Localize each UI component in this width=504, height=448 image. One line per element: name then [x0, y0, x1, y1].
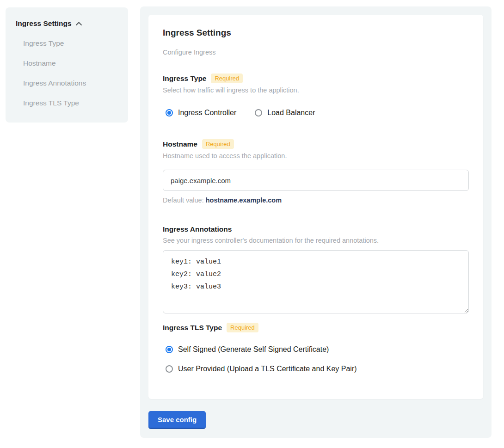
field-ingress-type: Ingress Type Required Select how traffic… — [163, 74, 469, 117]
hostname-description: Hostname used to access the application. — [163, 152, 469, 160]
radio-option-user-provided[interactable]: User Provided (Upload a TLS Certificate … — [166, 365, 469, 373]
radio-label: Self Signed (Generate Self Signed Certif… — [178, 345, 329, 354]
ingress-type-radio-group: Ingress Controller Load Balancer — [166, 109, 469, 117]
page-title: Ingress Settings — [163, 28, 469, 38]
sidebar-item-ingress-type[interactable]: Ingress Type — [23, 39, 118, 48]
radio-option-ingress-controller[interactable]: Ingress Controller — [166, 109, 236, 117]
required-badge: Required — [202, 139, 234, 149]
ingress-tls-type-label: Ingress TLS Type — [163, 324, 222, 332]
sidebar-item-ingress-annotations[interactable]: Ingress Annotations — [23, 79, 118, 87]
ingress-type-description: Select how traffic will ingress to the a… — [163, 86, 469, 94]
hostname-default-value: Default value: hostname.example.com — [163, 196, 469, 204]
field-ingress-tls-type: Ingress TLS Type Required Self Signed (G… — [163, 323, 469, 373]
default-value-text: hostname.example.com — [206, 196, 282, 204]
ingress-annotations-label: Ingress Annotations — [163, 225, 232, 233]
sidebar-section-ingress-settings[interactable]: Ingress Settings — [16, 19, 118, 28]
field-ingress-annotations: Ingress Annotations See your ingress con… — [163, 225, 469, 313]
sidebar-section-title: Ingress Settings — [16, 19, 72, 28]
field-hostname: Hostname Required Hostname used to acces… — [163, 139, 469, 204]
ingress-annotations-textarea[interactable]: key1: value1 key2: value2 key3: value3 — [163, 250, 469, 313]
required-badge: Required — [227, 323, 258, 332]
sidebar-item-ingress-tls-type[interactable]: Ingress TLS Type — [23, 99, 118, 107]
radio-label: User Provided (Upload a TLS Certificate … — [178, 365, 357, 373]
radio-option-load-balancer[interactable]: Load Balancer — [255, 109, 315, 117]
radio-label: Load Balancer — [267, 109, 315, 117]
radio-option-self-signed[interactable]: Self Signed (Generate Self Signed Certif… — [166, 345, 469, 354]
save-config-button[interactable]: Save config — [148, 411, 206, 429]
default-value-label: Default value: — [163, 196, 204, 204]
hostname-label: Hostname — [163, 140, 197, 148]
page-subtitle: Configure Ingress — [163, 49, 469, 56]
sidebar-item-list: Ingress Type Hostname Ingress Annotation… — [23, 39, 118, 107]
radio-button-icon[interactable] — [255, 109, 262, 117]
radio-button-icon[interactable] — [166, 109, 173, 117]
ingress-settings-card: Ingress Settings Configure Ingress Ingre… — [148, 15, 483, 399]
ingress-tls-type-radio-group: Self Signed (Generate Self Signed Certif… — [166, 345, 469, 373]
settings-sidebar: Ingress Settings Ingress Type Hostname I… — [6, 7, 128, 123]
required-badge: Required — [211, 74, 243, 83]
radio-label: Ingress Controller — [178, 109, 236, 117]
ingress-type-label: Ingress Type — [163, 74, 206, 83]
ingress-annotations-description: See your ingress controller's documentat… — [163, 237, 469, 244]
sidebar-item-hostname[interactable]: Hostname — [23, 59, 118, 68]
ingress-settings-panel: Ingress Settings Configure Ingress Ingre… — [140, 6, 492, 438]
chevron-up-icon — [75, 21, 82, 26]
radio-button-icon[interactable] — [166, 346, 173, 353]
radio-button-icon[interactable] — [166, 365, 173, 373]
hostname-input[interactable] — [163, 170, 469, 191]
